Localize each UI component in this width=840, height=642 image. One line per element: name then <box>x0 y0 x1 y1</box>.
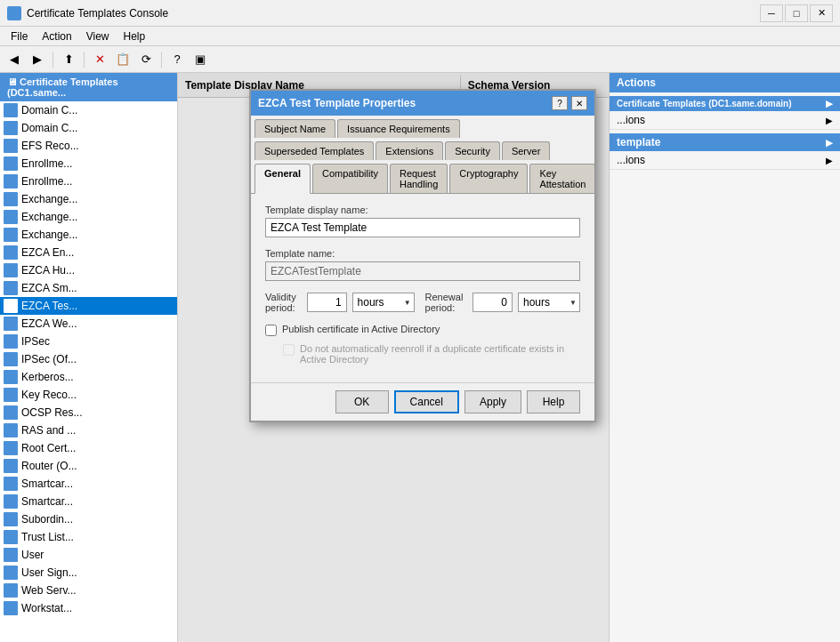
minimize-button[interactable]: ─ <box>760 4 783 22</box>
tab-issuance[interactable]: Issuance Requirements <box>337 119 460 138</box>
sidebar-item-router[interactable]: Router (O... <box>0 457 177 475</box>
sidebar-label-25: User <box>21 549 44 561</box>
actions-header-text: Actions <box>617 76 656 89</box>
item-icon-router <box>4 459 18 473</box>
console-button[interactable]: ▣ <box>190 50 211 69</box>
sidebar-item-27[interactable]: Web Serv... <box>0 582 177 599</box>
sidebar-item-7[interactable]: Exchange... <box>0 226 177 244</box>
item-icon-4 <box>4 174 18 189</box>
up-button[interactable]: ⬆ <box>58 50 79 69</box>
sidebar-item-24[interactable]: Trust List... <box>0 528 177 546</box>
renewal-value-input[interactable] <box>472 293 513 312</box>
sidebar-item-13[interactable]: IPSec <box>0 333 177 350</box>
sidebar-item-10[interactable]: EZCA Sm... <box>0 279 177 297</box>
display-name-input[interactable] <box>265 218 580 237</box>
cancel-button[interactable]: Cancel <box>394 390 459 413</box>
sidebar-item-19[interactable]: Root Cert... <box>0 439 177 457</box>
help-dialog-button[interactable]: Help <box>527 390 580 413</box>
sidebar-item-3[interactable]: Enrollme... <box>0 155 177 173</box>
dialog-close-button[interactable]: ✕ <box>571 96 587 110</box>
sidebar-label-27: Web Serv... <box>21 584 77 597</box>
sidebar-item-17[interactable]: OCSP Res... <box>0 404 177 421</box>
menu-action[interactable]: Action <box>35 28 78 44</box>
tab-cryptography[interactable]: Cryptography <box>449 164 528 193</box>
validity-value-input[interactable] <box>307 293 347 312</box>
sidebar-label-26: User Sign... <box>21 566 77 579</box>
sidebar-item-11[interactable]: EZCA Tes... <box>0 297 177 315</box>
right-panel: Actions Certificate Templates (DC1.same.… <box>609 73 840 642</box>
close-button[interactable]: ✕ <box>810 4 833 22</box>
sidebar-item-4[interactable]: Enrollme... <box>0 173 177 190</box>
item-icon-28 <box>4 601 18 615</box>
help-toolbar-button[interactable]: ? <box>166 50 188 69</box>
menu-help[interactable]: Help <box>117 28 153 44</box>
sidebar-item-15[interactable]: Kerberos... <box>0 368 177 386</box>
sidebar-item-12[interactable]: EZCA We... <box>0 315 177 333</box>
sidebar-item-22[interactable]: Smartcar... <box>0 493 177 510</box>
item-icon-5 <box>4 192 18 206</box>
forward-button[interactable]: ▶ <box>27 50 48 69</box>
item-icon-1 <box>4 121 18 135</box>
no-reenroll-label: Do not automatically reenroll if a dupli… <box>300 343 580 365</box>
tab-general[interactable]: General <box>254 164 311 194</box>
sidebar-item-0[interactable]: Domain C... <box>0 101 177 119</box>
properties-button[interactable]: 📋 <box>112 50 133 69</box>
sidebar-item-1[interactable]: Domain C... <box>0 119 177 137</box>
sidebar-item-5[interactable]: Exchange... <box>0 190 177 208</box>
back-button[interactable]: ◀ <box>4 50 25 69</box>
app-icon <box>7 6 21 20</box>
dialog-title-buttons: ? ✕ <box>552 96 587 110</box>
display-name-group: Template display name: <box>265 205 580 237</box>
tab-compatibility[interactable]: Compatibility <box>312 164 388 193</box>
dialog-tabs: Subject Name Issuance Requirements Super… <box>251 116 594 194</box>
rp-section-2-label: template <box>617 136 660 148</box>
template-name-group: Template name: <box>265 248 580 281</box>
tab-request-handling[interactable]: Request Handling <box>390 164 448 193</box>
ok-button[interactable]: OK <box>335 390 389 413</box>
maximize-button[interactable]: □ <box>785 4 808 22</box>
properties-dialog: EZCA Test Template Properties ? ✕ Subjec… <box>249 89 596 422</box>
sidebar-item-14[interactable]: IPSec (Of... <box>0 350 177 368</box>
validity-unit-select[interactable]: hours days weeks months years <box>352 293 415 312</box>
rp-section-2[interactable]: template ▶ <box>610 133 840 151</box>
sidebar-label-13: IPSec <box>21 335 50 348</box>
item-icon-23 <box>4 512 18 526</box>
sidebar-item-26[interactable]: User Sign... <box>0 564 177 582</box>
sidebar-item-2[interactable]: EFS Reco... <box>0 137 177 155</box>
sidebar-item-8[interactable]: EZCA En... <box>0 244 177 261</box>
sidebar-item-16[interactable]: Key Reco... <box>0 386 177 404</box>
tab-superseded[interactable]: Superseded Templates <box>254 141 374 160</box>
delete-button[interactable]: ✕ <box>89 50 110 69</box>
template-name-input[interactable] <box>265 261 580 281</box>
dialog-help-button[interactable]: ? <box>552 96 568 110</box>
dialog-content: Template display name: Template name: Va… <box>251 194 594 382</box>
publish-label[interactable]: Publish certificate in Active Directory <box>282 324 440 334</box>
item-icon-15 <box>4 370 18 384</box>
apply-button[interactable]: Apply <box>464 390 521 413</box>
sidebar-item-23[interactable]: Subordin... <box>0 510 177 528</box>
item-icon-14 <box>4 352 18 366</box>
refresh-button[interactable]: ⟳ <box>135 50 157 69</box>
sidebar-label-4: Enrollme... <box>21 175 72 188</box>
sidebar-item-25[interactable]: User <box>0 546 177 564</box>
publish-checkbox[interactable] <box>265 325 277 336</box>
menu-file[interactable]: File <box>4 28 35 44</box>
item-icon-3 <box>4 156 18 171</box>
tab-key-attestation[interactable]: Key Attestation <box>529 164 595 193</box>
sidebar-item-21[interactable]: Smartcar... <box>0 475 177 493</box>
sidebar-item-6[interactable]: Exchange... <box>0 208 177 226</box>
renewal-unit-select[interactable]: hours days weeks months years <box>518 293 580 312</box>
tab-security[interactable]: Security <box>445 141 500 160</box>
tab-server[interactable]: Server <box>502 141 550 160</box>
rp-section-1[interactable]: Certificate Templates (DC1.same.domain) … <box>610 96 840 111</box>
rp-item-1[interactable]: ...ions ▶ <box>610 111 840 130</box>
menu-view[interactable]: View <box>79 28 117 44</box>
sidebar-item-ras[interactable]: RAS and ... <box>0 421 177 439</box>
rp-item-2[interactable]: ...ions ▶ <box>610 151 840 170</box>
sidebar-item-9[interactable]: EZCA Hu... <box>0 261 177 279</box>
tab-extensions[interactable]: Extensions <box>376 141 443 160</box>
sidebar-item-28[interactable]: Workstat... <box>0 599 177 617</box>
validity-label: Validity period: <box>265 292 302 313</box>
no-reenroll-checkbox[interactable] <box>283 344 295 356</box>
tab-subject-name[interactable]: Subject Name <box>254 119 335 138</box>
